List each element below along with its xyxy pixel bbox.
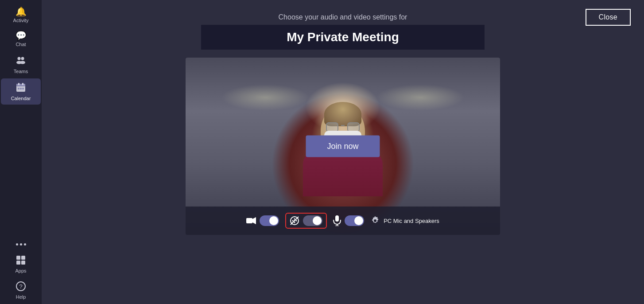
svg-rect-7 <box>22 83 23 85</box>
apps-icon <box>16 255 26 266</box>
svg-rect-5 <box>16 84 25 86</box>
mic-toggle[interactable] <box>345 215 364 226</box>
svg-text:?: ? <box>19 283 22 290</box>
dot <box>16 243 18 246</box>
camera-icon <box>246 217 256 224</box>
main-content: Close Choose your audio and video settin… <box>42 0 644 304</box>
controls-bar: PC Mic and Speakers <box>186 207 500 235</box>
svg-point-23 <box>294 218 295 220</box>
svg-point-3 <box>20 61 25 64</box>
meeting-title: My Private Meeting <box>237 30 449 44</box>
svg-rect-17 <box>246 218 252 223</box>
blur-toggle-knob <box>313 216 322 225</box>
svg-point-20 <box>292 220 294 222</box>
svg-rect-9 <box>20 88 22 90</box>
camera-group <box>246 215 279 226</box>
sidebar-item-chat[interactable]: 💬 Chat <box>1 27 41 51</box>
sidebar-item-label: Help <box>16 294 26 300</box>
svg-marker-18 <box>252 217 256 224</box>
svg-rect-12 <box>21 256 25 260</box>
svg-rect-11 <box>16 256 20 260</box>
blur-group-highlighted <box>285 213 327 229</box>
svg-point-30 <box>374 219 376 222</box>
mic-group <box>333 215 364 226</box>
sidebar-item-label: Calendar <box>11 96 31 101</box>
glass-bridge <box>341 125 345 126</box>
calendar-icon <box>16 82 26 94</box>
dot <box>20 243 22 246</box>
svg-point-22 <box>296 220 297 222</box>
sidebar-item-label: Chat <box>16 42 26 47</box>
dot <box>24 243 26 246</box>
svg-point-0 <box>18 57 21 60</box>
sidebar-item-calendar[interactable]: Calendar <box>1 78 41 105</box>
camera-toggle-knob <box>269 216 278 225</box>
sidebar-item-help[interactable]: ? Help <box>1 278 41 303</box>
sidebar-item-label: Teams <box>14 69 28 74</box>
blur-toggle[interactable] <box>303 215 322 226</box>
sidebar-item-activity[interactable]: 🔔 Activity <box>1 4 41 27</box>
svg-rect-13 <box>16 261 20 265</box>
help-icon: ? <box>16 281 26 292</box>
join-now-button[interactable]: Join now <box>306 136 380 157</box>
teams-icon <box>16 55 26 67</box>
svg-rect-6 <box>18 83 19 85</box>
video-preview: Join now <box>186 58 500 235</box>
activity-icon: 🔔 <box>16 7 27 16</box>
mic-toggle-knob <box>354 216 363 225</box>
svg-point-1 <box>21 57 24 60</box>
sidebar-item-label: Apps <box>15 268 26 273</box>
sidebar-item-teams[interactable]: Teams <box>1 51 41 78</box>
svg-point-24 <box>294 222 295 223</box>
header-subtitle: Choose your audio and video settings for <box>279 13 407 21</box>
sidebar-item-label: Activity <box>13 18 29 23</box>
svg-rect-8 <box>18 88 19 90</box>
audio-device-label: PC Mic and Speakers <box>384 218 439 224</box>
sidebar: 🔔 Activity 💬 Chat Teams <box>0 0 42 304</box>
close-button[interactable]: Close <box>586 9 631 26</box>
camera-toggle[interactable] <box>260 215 279 226</box>
audio-device-group: PC Mic and Speakers <box>370 216 439 226</box>
blur-icon <box>290 216 299 226</box>
svg-rect-26 <box>335 215 339 222</box>
more-options[interactable] <box>1 238 41 251</box>
gear-icon[interactable] <box>370 216 380 226</box>
mic-icon <box>333 215 341 226</box>
svg-rect-10 <box>22 88 24 90</box>
meeting-title-box: My Private Meeting <box>201 25 485 50</box>
svg-rect-14 <box>21 261 25 265</box>
chat-icon: 💬 <box>16 31 27 40</box>
sidebar-item-apps[interactable]: Apps <box>1 252 41 277</box>
